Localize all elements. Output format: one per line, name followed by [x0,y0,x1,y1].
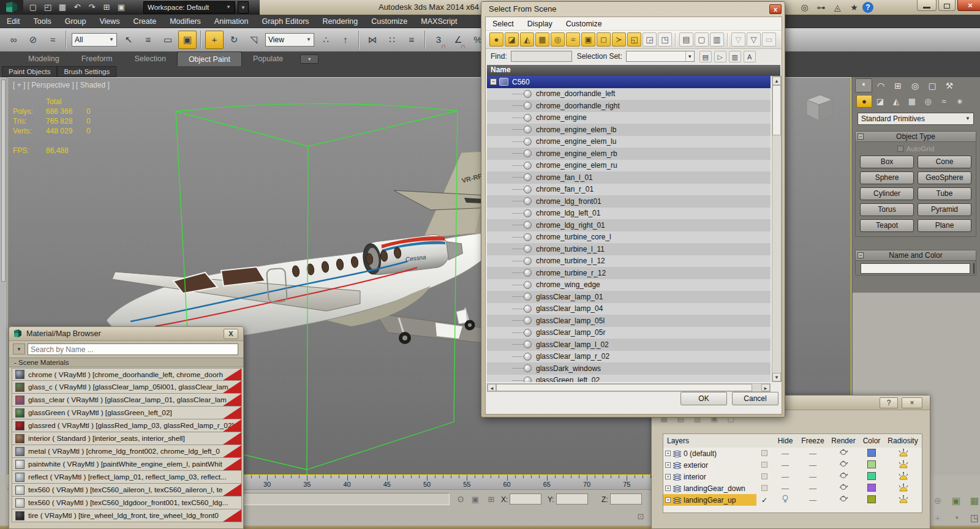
display-cameras-icon[interactable]: ▦ [535,32,549,47]
scene-object-row[interactable]: chrome_engine [487,112,771,124]
menu-item-customize[interactable]: Customize [364,15,414,28]
ribbon-tab-selection[interactable]: Selection [123,51,176,66]
hide-cell[interactable]: — [772,484,798,493]
color-cell[interactable] [859,495,884,505]
favorites-star-icon[interactable]: ★ [846,0,862,15]
ribbon-display-dropdown[interactable]: ▼ [300,54,318,64]
isolate-selection-icon[interactable]: ⊡ [635,511,647,523]
render-cell[interactable] [827,472,859,481]
layer-color-swatch[interactable] [867,484,876,492]
primitive-button-tube[interactable]: Tube [918,187,971,200]
layer-color-swatch[interactable] [867,472,876,480]
list-header[interactable]: Name [487,65,780,76]
scene-object-row[interactable]: glassClear_lamp_04 [487,303,771,315]
material-row[interactable]: tex560 ( VRayMtl ) [texC560_ldgdoor_fron… [12,497,242,509]
material-row[interactable]: paintwhite ( VRayMtl ) [paintWhite_engin… [12,458,242,471]
viewport-label[interactable]: [ + ] [ Perspective ] [ Shaded ] [13,81,110,89]
menu-item-animation[interactable]: Animation [208,15,255,28]
ribbon-subtab-brush-settings[interactable]: Brush Settings [57,66,116,77]
save-file-icon[interactable]: ▦ [55,0,70,15]
select-and-manipulate-icon[interactable]: ↑ [336,31,355,49]
expand-icon[interactable]: + [665,462,671,468]
category-shapes-icon[interactable]: ◪ [872,95,888,108]
display-influences-icon[interactable]: ◳ [658,32,672,47]
expand-icon[interactable]: + [665,497,671,503]
scene-object-row[interactable]: chrome_engine_elem_rb [487,148,771,160]
recent-documents-icon[interactable]: ▣ [114,0,129,15]
horizontal-scrollbar[interactable]: ◄ ► [487,383,771,392]
filter-expand-icon[interactable]: ▭ [762,32,776,47]
menu-item-create[interactable]: Create [127,15,164,28]
reference-coordinate-dropdown[interactable]: View▼ [265,33,314,47]
primitive-button-pyramid[interactable]: Pyramid [918,203,971,216]
object-name-field[interactable] [861,263,970,274]
primitive-button-cone[interactable]: Cone [918,156,971,168]
display-containers-icon[interactable]: ◱ [627,32,641,47]
scene-object-row[interactable]: chrome_wing_edge [487,279,771,291]
expand-icon[interactable]: + [665,451,671,456]
scroll-left-icon[interactable]: ◄ [488,384,496,391]
help-icon[interactable]: ? [862,2,873,13]
maximize-viewport-icon[interactable]: ◳ [967,511,980,525]
material-row[interactable]: tex560 ( VRayMtl ) [texC560_aileron_l, t… [12,484,242,497]
material-row[interactable]: reflect ( VRayMtl ) [reflect_lamp_01, re… [12,471,242,484]
align-icon[interactable]: ∷ [383,31,401,49]
display-lights-icon[interactable]: ◭ [520,32,534,47]
radiosity-cell[interactable] [884,460,922,470]
display-child-nodes-icon[interactable]: ◲ [643,32,657,47]
material-row[interactable]: tire ( VRayMtl ) [tire_wheel_ldg_front, … [12,509,242,522]
material-search-input[interactable] [28,343,238,355]
material-row[interactable]: glass_clear ( VRayMtl ) [glassClear_lamp… [12,394,242,407]
radiosity-cell[interactable] [884,472,922,482]
hide-cell[interactable]: — [772,461,798,470]
selection-set-dropdown[interactable]: ▼ [626,51,695,62]
object-type-header[interactable]: − Object Type [856,132,976,142]
display-geometry-icon[interactable]: ● [489,32,503,47]
category-space-warps-icon[interactable]: ≈ [936,95,952,108]
menu-item-modifiers[interactable]: Modifiers [163,15,208,28]
display-bones-icon[interactable]: ≻ [612,32,626,47]
blank-column-icon[interactable]: ▢ [695,32,709,47]
current-layer-cell[interactable] [756,484,772,493]
category-systems-icon[interactable]: ∗ [952,95,968,108]
scene-object-row[interactable]: glassClear_lamp_05l [487,315,771,327]
select-children-icon[interactable]: ▤ [699,51,712,62]
scene-object-row[interactable]: chrome_fan_l_01 [487,171,771,184]
selection-filter-dropdown[interactable]: All▼ [72,33,117,47]
display-space-warps-icon[interactable]: ≈ [566,32,580,47]
scene-object-row[interactable]: chrome_turbine_r_12 [487,267,771,279]
select-and-move-icon[interactable]: + [205,31,224,49]
collapse-icon[interactable]: − [858,133,864,140]
scene-object-row[interactable]: glassDark_windows [487,362,771,375]
tab-motion-icon[interactable]: ◎ [907,78,924,92]
freeze-cell[interactable]: — [798,461,827,470]
radiosity-cell[interactable] [884,484,922,493]
primitive-button-cylinder[interactable]: Cylinder [860,187,914,200]
layer-row[interactable]: +0 (default)—— [663,448,922,459]
scene-object-row[interactable]: chrome_ldg_right_01 [487,219,771,231]
tab-modify-icon[interactable]: ◠ [872,78,889,92]
mirror-icon[interactable]: ⋈ [363,31,382,49]
freeze-cell[interactable]: — [798,473,827,481]
category-helpers-icon[interactable]: ◎ [920,95,936,108]
category-lights-icon[interactable]: ◭ [888,95,904,108]
menu-item-tools[interactable]: Tools [27,15,58,28]
dialog-titlebar[interactable]: Select From Scene x [481,2,785,17]
radiosity-cell[interactable] [884,495,922,505]
collapse-icon[interactable]: − [858,252,864,258]
scroll-down-icon[interactable]: ▼ [772,373,781,381]
scene-object-row[interactable]: glassClear_lamp_l_02 [487,339,771,351]
scroll-right-icon[interactable]: ► [761,384,770,391]
close-button[interactable]: × [957,0,980,11]
hide-cell[interactable]: — [772,473,798,481]
undo-icon[interactable]: ↶ [70,0,85,15]
browser-options-icon[interactable]: ▼ [13,343,25,355]
primitive-button-geosphere[interactable]: GeoSphere [918,171,971,184]
primitive-button-plane[interactable]: Plane [918,219,971,232]
scroll-up-icon[interactable]: ▲ [772,77,781,85]
current-layer-cell[interactable] [756,461,772,470]
collapse-icon[interactable]: − [490,78,497,85]
layer-row[interactable]: +interior—— [663,471,922,482]
orbit-icon[interactable]: ◔ [948,511,964,525]
scene-object-row[interactable]: chrome_turbine_core_l [487,231,771,244]
